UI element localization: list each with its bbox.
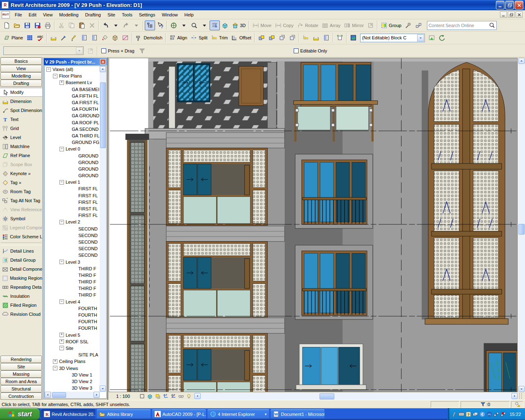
copy-button[interactable] [66,21,77,30]
demolish-button[interactable]: Demolish [134,33,164,43]
group-button[interactable]: Group [379,21,403,30]
crop-visibility-button[interactable] [170,393,176,399]
design-bar-tab[interactable]: Massing [0,370,42,378]
tree-item[interactable]: −Level 1 [45,179,100,185]
browser-horizontal-scrollbar[interactable] [45,392,100,398]
tree-item[interactable]: FOURTH [45,318,100,325]
tree-item[interactable]: FIRST FL [45,192,100,199]
default-3d-view-button[interactable]: 3D [230,21,247,30]
tree-expander-icon[interactable]: − [59,299,64,304]
design-bar-tab[interactable]: Drafting [0,80,42,87]
designbar-item-detail-component[interactable]: Detail Compone [0,265,42,274]
active-workset-dropdown[interactable]: (Not Editable) Block C [360,34,425,42]
component-button[interactable] [110,33,120,43]
unjoin-geometry-button[interactable] [267,33,277,43]
shadows-button[interactable] [155,393,161,399]
tree-item[interactable]: THIRD F [45,285,100,292]
task-autocad[interactable]: AutoCAD 2009 - [P-L... [152,409,206,419]
cut-geometry-button[interactable] [277,33,287,43]
offset-button[interactable]: Offset [229,33,253,43]
designbar-item-grid[interactable]: Grid [0,124,42,133]
scroll-left-icon[interactable] [45,392,51,398]
tree-item[interactable]: SECOND [45,239,100,245]
tree-item[interactable]: FOURTH [45,305,100,312]
zoom-button[interactable] [189,21,199,30]
tree-item[interactable]: SECOND [45,232,100,239]
designbar-item-tag[interactable]: Tag » [0,178,42,187]
mdi-restore-button[interactable] [508,11,515,18]
context-help-button[interactable] [155,21,165,30]
close-button[interactable] [515,1,523,9]
tree-item[interactable]: +Ceiling Plans [45,358,100,365]
tree-item[interactable]: FOURTH [45,325,100,331]
link-button[interactable] [413,21,424,30]
window-icon[interactable] [472,411,478,417]
tree-item[interactable]: THIRD F [45,278,100,285]
menu-item[interactable]: Help [181,11,197,18]
rotate-button[interactable]: Rotate [295,21,320,30]
help-center-icon[interactable] [466,411,471,417]
project-browser-toggle[interactable] [145,21,155,30]
designbar-item-scope-box[interactable]: Scope Box [0,160,42,169]
menu-item[interactable]: View [40,11,56,18]
move-button[interactable]: Move [251,21,273,30]
editable-only-button[interactable] [427,33,437,43]
copy-tool-button[interactable]: Copy [273,21,295,30]
messenger-icon[interactable] [486,411,492,417]
tree-item[interactable]: FOURTH [45,312,100,318]
undo-button[interactable] [100,21,111,30]
design-bar-tab[interactable]: Construction [0,393,42,400]
tree-expander-icon[interactable]: − [59,346,64,350]
start-button[interactable]: start [0,408,40,420]
tree-item[interactable]: FIRST FL [45,185,100,192]
tablet-pen-icon[interactable] [452,411,457,417]
tree-item[interactable]: SECOND [45,252,100,258]
tree-item[interactable]: SECOND [45,245,100,252]
tree-expander-icon[interactable]: − [59,260,64,264]
editable-only-checkbox[interactable]: Editable Only [294,48,327,53]
tree-expander-icon[interactable]: + [59,80,64,85]
menu-item[interactable]: Modelling [56,11,82,18]
work-plane-button[interactable]: Plane [2,33,25,43]
tree-item[interactable]: GA BASEMEI [45,86,100,93]
cut-button[interactable] [56,21,66,30]
tree-expander-icon[interactable]: − [53,74,57,78]
tree-item[interactable]: −Floor Plans [45,73,100,79]
scroll-left-icon[interactable] [194,393,201,399]
tree-item[interactable]: GROUND [45,166,100,172]
tree-item[interactable]: GROUND [45,172,100,179]
3d-box-button[interactable] [220,21,230,30]
designbar-item-insulation[interactable]: Insulation [0,292,42,301]
detach-walls-button[interactable] [311,33,321,43]
menu-item[interactable]: Window [158,11,181,18]
split-button[interactable]: Split [189,33,209,43]
tree-item[interactable]: GA GROUND [45,112,100,119]
tree-item[interactable]: +Basement Lv [45,79,100,86]
tree-item[interactable]: GROUND [45,159,100,166]
menu-item[interactable]: File [11,11,25,18]
tree-expander-icon[interactable]: − [59,220,64,224]
dynamic-view-dropdown[interactable] [179,21,189,30]
search-input[interactable] [429,23,489,28]
match-type-button[interactable] [59,33,69,43]
design-bar-tab[interactable]: Room and Area [0,378,42,385]
design-bar-tab[interactable]: Basics [0,57,42,65]
tree-item[interactable]: FIRST FL [45,212,100,219]
scroll-down-icon[interactable] [518,386,525,392]
tree-item[interactable]: GA ROOF PL [45,119,100,126]
tree-expander-icon[interactable]: − [46,67,51,72]
new-button[interactable] [2,21,12,30]
communication-status-panel[interactable] [511,401,523,408]
tree-item[interactable]: +ROOF SSL [45,338,100,345]
scroll-down-icon[interactable] [100,386,106,392]
tree-expander-icon[interactable]: + [53,359,57,364]
tree-item[interactable]: THIRD F [45,265,100,272]
delete-button[interactable] [87,21,97,30]
elevation-drawing[interactable] [109,58,517,392]
designbar-item-filled-region[interactable]: Filled Region [0,301,42,310]
task-revit[interactable]: Revit Architecture 20... [41,409,95,419]
zoom-dropdown[interactable] [199,21,210,30]
paste-button[interactable] [77,21,87,30]
tree-item[interactable]: 3D View 1 [45,372,100,378]
designbar-item-symbol[interactable]: Symbol [0,214,42,223]
